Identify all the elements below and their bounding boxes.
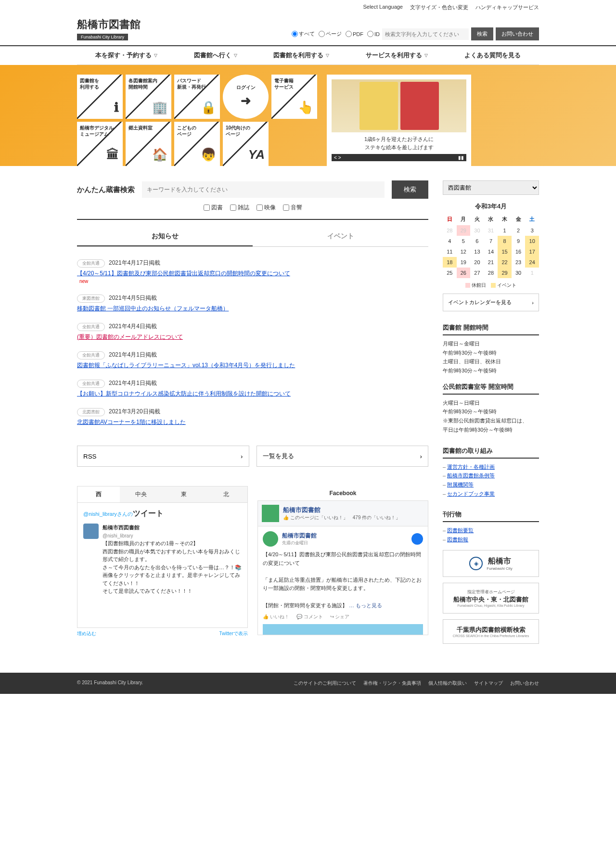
catalog-search-input[interactable] xyxy=(142,181,385,198)
banner-manager[interactable]: 指定管理者ホームページ 船橋市中央・東・北図書館 Funabashi Chuo,… xyxy=(443,583,539,614)
slide-next[interactable]: > xyxy=(338,155,341,160)
nav-visit[interactable]: 図書館へ行く▽ xyxy=(194,51,237,60)
calendar-day[interactable]: 6 xyxy=(470,236,484,246)
accessibility-link[interactable]: ハンディキャップサービス xyxy=(475,4,539,11)
fb-page-name[interactable]: 船橋市図書館 xyxy=(283,506,400,514)
news-link[interactable]: (重要）図書館のメールアドレスについて xyxy=(77,333,428,341)
tab-event[interactable]: イベント xyxy=(253,227,428,246)
library-select[interactable]: 西図書館 xyxy=(443,180,539,195)
calendar-day[interactable]: 26 xyxy=(457,268,471,278)
calendar-day[interactable]: 3 xyxy=(525,225,539,236)
fb-comment-action[interactable]: 💬 コメント xyxy=(296,614,323,620)
sidebar-link[interactable]: 運営方針・各種計画 xyxy=(447,464,495,470)
calendar-day[interactable]: 29 xyxy=(457,225,471,236)
radio-pdf[interactable]: PDF xyxy=(346,30,363,38)
calendar-day[interactable]: 29 xyxy=(498,268,512,278)
radio-id[interactable]: ID xyxy=(367,30,380,38)
calendar-day[interactable]: 30 xyxy=(470,225,484,236)
calendar-day[interactable]: 2 xyxy=(512,225,526,236)
nav-use[interactable]: 図書館を利用する▽ xyxy=(273,51,329,60)
news-link[interactable]: 【お願い】新型コロナウイルス感染拡大防止に伴う利用制限を設けた開館について xyxy=(77,390,428,398)
sidebar-link[interactable]: 図書館報 xyxy=(447,537,468,542)
check-audio[interactable]: 音響 xyxy=(283,204,302,212)
site-search-input[interactable] xyxy=(382,28,469,40)
calendar-day[interactable]: 5 xyxy=(457,236,471,246)
sns-tab-west[interactable]: 西 xyxy=(77,486,120,502)
calendar-day[interactable]: 1 xyxy=(498,225,512,236)
sns-tab-east[interactable]: 東 xyxy=(163,486,205,502)
hero-guide[interactable]: 各図書館案内開館時間🏢 xyxy=(126,75,171,119)
contact-button[interactable]: お問い合わせ xyxy=(496,27,539,40)
news-link[interactable]: 【4/20～5/11】図書館及び東部公民館図書貸出返却窓口の開館時間の変更につい… xyxy=(77,269,428,278)
calendar-day[interactable]: 23 xyxy=(512,257,526,268)
calendar-day[interactable]: 21 xyxy=(484,257,498,268)
fb-post-image[interactable]: 【シニア向け図書館ICT講座】 xyxy=(263,624,423,635)
calendar-day[interactable]: 15 xyxy=(498,246,512,257)
check-video[interactable]: 映像 xyxy=(257,204,276,212)
nav-find[interactable]: 本を探す・予約する▽ xyxy=(95,51,157,60)
footer-link[interactable]: サイトマップ xyxy=(474,680,503,687)
calendar-day[interactable]: 13 xyxy=(470,246,484,257)
calendar-day[interactable]: 7 xyxy=(484,236,498,246)
sns-tab-center[interactable]: 中央 xyxy=(120,486,162,502)
calendar-day[interactable]: 27 xyxy=(470,268,484,278)
calendar-day[interactable]: 4 xyxy=(443,236,457,246)
hero-ya[interactable]: 10代向けのページYA xyxy=(223,122,269,166)
banner-cross[interactable]: 千葉県内図書館横断検索 CROSS SEARCH in the Chiba Pr… xyxy=(443,619,539,644)
calendar-day[interactable]: 25 xyxy=(443,268,457,278)
slide-pause[interactable]: ▮▮ xyxy=(458,155,464,160)
footer-link[interactable]: 著作権・リンク・免責事項 xyxy=(363,680,421,687)
logo[interactable]: 船橋市図書館 Funabashi City Library xyxy=(77,17,141,40)
footer-link[interactable]: 個人情報の取扱い xyxy=(428,680,467,687)
news-link[interactable]: 移動図書館 一部巡回中止のお知らせ（フェルマータ船橋） xyxy=(77,305,428,313)
calendar-day[interactable]: 11 xyxy=(443,246,457,257)
hero-login[interactable]: ログイン➜ xyxy=(223,75,269,119)
font-link[interactable]: 文字サイズ・色合い変更 xyxy=(410,4,468,11)
hero-kids[interactable]: こどものページ👦 xyxy=(174,122,220,166)
slide-prev[interactable]: < xyxy=(334,155,337,160)
sidebar-link[interactable]: 船橋市図書館条例等 xyxy=(447,473,495,478)
calendar-day[interactable]: 31 xyxy=(484,225,498,236)
lang-link[interactable]: Select Language xyxy=(363,4,403,11)
sidebar-link[interactable]: 附属機関等 xyxy=(447,482,474,487)
calendar-button[interactable]: イベントカレンダーを見る› xyxy=(443,294,539,311)
footer-link[interactable]: お問い合わせ xyxy=(510,680,539,687)
fb-share-action[interactable]: ↪ シェア xyxy=(330,614,350,620)
calendar-day[interactable]: 14 xyxy=(484,246,498,257)
hero-museum[interactable]: 船橋市デジタルミュージアム🏛 xyxy=(77,122,123,166)
hero-password[interactable]: パスワード新規・再発行🔒 xyxy=(174,75,220,119)
calendar-day[interactable]: 16 xyxy=(512,246,526,257)
tab-news[interactable]: お知らせ xyxy=(77,227,253,246)
calendar-day[interactable]: 28 xyxy=(443,225,457,236)
catalog-search-button[interactable]: 検索 xyxy=(392,180,428,199)
news-link[interactable]: 北図書館AVコーナーを1階に移設しました xyxy=(77,418,428,426)
calendar-day[interactable]: 12 xyxy=(457,246,471,257)
radio-page[interactable]: ページ xyxy=(319,30,342,38)
nav-service[interactable]: サービスを利用する▽ xyxy=(366,51,428,60)
calendar-day[interactable]: 17 xyxy=(525,246,539,257)
site-search-button[interactable]: 検索 xyxy=(471,27,493,40)
rss-button[interactable]: RSS› xyxy=(77,446,249,467)
news-link[interactable]: 図書館報「ふなばしライブラリーニュース」vol.13（令和3年4月号）を発行しま… xyxy=(77,361,428,370)
tw-embed[interactable]: 埋め込む xyxy=(77,630,96,637)
list-button[interactable]: 一覧を見る› xyxy=(257,446,429,467)
calendar-day[interactable]: 19 xyxy=(457,257,471,268)
calendar-day[interactable]: 24 xyxy=(525,257,539,268)
fb-post-name[interactable]: 船橋市図書館 xyxy=(282,532,317,540)
hero-ebook[interactable]: 電子書籍サービス👆 xyxy=(271,75,317,119)
fb-more[interactable]: … もっと見る xyxy=(349,602,382,608)
sns-tab-north[interactable]: 北 xyxy=(205,486,247,502)
fb-like-button[interactable]: 👍 このページに「いいね！」 xyxy=(283,515,348,520)
radio-all[interactable]: すべて xyxy=(292,30,315,38)
calendar-day[interactable]: 22 xyxy=(498,257,512,268)
calendar-day[interactable]: 1 xyxy=(525,268,539,278)
hero-use[interactable]: 図書館を利用するℹ xyxy=(77,75,123,119)
nav-faq[interactable]: よくある質問を見る xyxy=(464,51,521,60)
calendar-day[interactable]: 20 xyxy=(470,257,484,268)
footer-link[interactable]: このサイトのご利用について xyxy=(294,680,356,687)
calendar-day[interactable]: 28 xyxy=(484,268,498,278)
tw-view[interactable]: Twitterで表示 xyxy=(219,630,248,637)
calendar-day[interactable]: 30 xyxy=(512,268,526,278)
hero-local[interactable]: 郷土資料室🏠 xyxy=(126,122,171,166)
check-book[interactable]: 図書 xyxy=(204,204,223,212)
